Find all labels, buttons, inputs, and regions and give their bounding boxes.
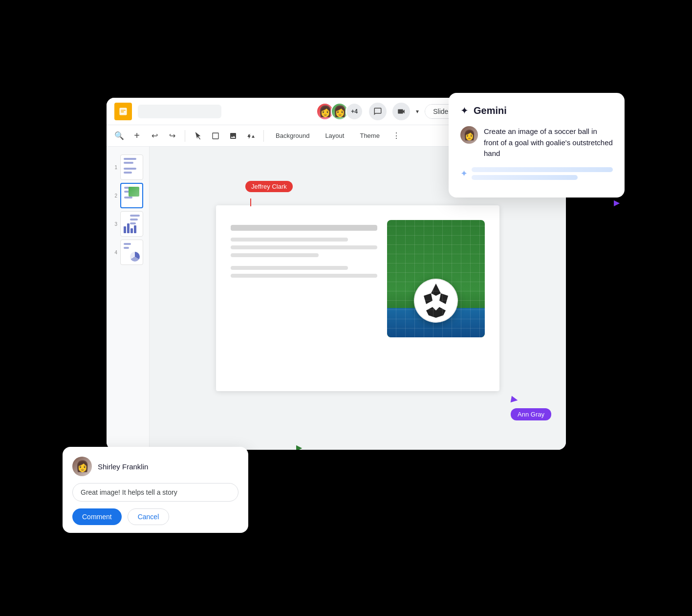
- comment-user-row: 👩 Shirley Franklin: [72, 457, 238, 476]
- undo-icon[interactable]: ↩: [148, 129, 161, 143]
- slides-panel: 1 2: [107, 147, 150, 450]
- thumb-line: [130, 215, 140, 217]
- thumb-line: [124, 197, 132, 198]
- cursor-tag-ann: Ann Gray: [511, 408, 551, 420]
- video-button[interactable]: [392, 103, 410, 120]
- slide-number-3: 3: [112, 221, 117, 227]
- svg-rect-1: [121, 110, 126, 110]
- slide-thumb-2[interactable]: [120, 183, 143, 208]
- slide-thumb-1[interactable]: [120, 154, 143, 180]
- ann-cursor-icon: ▶: [614, 198, 620, 207]
- thumb-image-small: [129, 187, 139, 197]
- comment-user-avatar: 👩: [72, 457, 92, 476]
- thumb-line: [124, 247, 129, 249]
- gemini-panel: ✦ Gemini 👩 Create an image of a soccer b…: [449, 93, 625, 198]
- gemini-generating-area: ✦: [460, 167, 613, 180]
- layout-button[interactable]: Layout: [319, 130, 350, 141]
- toolbar-divider-2: [263, 130, 264, 142]
- chart-bar: [130, 228, 133, 233]
- slide-row-1: 1: [112, 154, 143, 180]
- slide-row-3: 3: [112, 211, 143, 237]
- chat-button[interactable]: [369, 103, 387, 120]
- presentation-title-input[interactable]: [138, 105, 221, 118]
- gemini-user-row: 👩 Create an image of a soccer ball in fr…: [460, 126, 613, 159]
- slide-number-2: 2: [112, 193, 117, 198]
- slide-text-line: [231, 245, 377, 249]
- comment-user-name: Shirley Franklin: [98, 462, 148, 471]
- ann-gray-cursor-area: ▶ Ann Gray: [511, 396, 551, 420]
- slide-thumb-4[interactable]: [120, 240, 143, 265]
- shirley-cursor-arrow-icon: ▶: [296, 443, 354, 450]
- comment-submit-button[interactable]: Comment: [72, 508, 122, 525]
- avatar-overflow-count: +4: [346, 103, 363, 120]
- image-icon[interactable]: [226, 129, 240, 143]
- slide-text-line: [231, 238, 348, 242]
- slide-number-4: 4: [112, 250, 117, 255]
- thumb-pie-chart: [130, 252, 140, 262]
- app-logo: [114, 103, 132, 120]
- slide-content: [216, 205, 499, 347]
- slide-thumb-3[interactable]: [120, 211, 143, 237]
- gemini-loading-bars: [472, 167, 613, 180]
- select-icon[interactable]: [191, 129, 205, 143]
- comment-actions: Comment Cancel: [72, 508, 238, 525]
- thumb-line: [124, 162, 133, 164]
- gemini-bar-wide: [472, 167, 613, 172]
- shapes-icon[interactable]: [244, 129, 258, 143]
- gemini-star-icon: ✦: [460, 105, 469, 116]
- more-options-icon[interactable]: ⋮: [389, 129, 403, 143]
- slide-thumbnails: 1 2: [108, 151, 147, 269]
- svg-rect-2: [121, 111, 124, 112]
- theme-button[interactable]: Theme: [354, 130, 385, 141]
- comment-input[interactable]: Great image! It helps tell a story: [72, 483, 238, 502]
- slide-text-area: [231, 220, 377, 337]
- collaborator-avatars: 👩 👩 +4: [316, 103, 363, 120]
- svg-rect-3: [213, 133, 218, 139]
- shirley-bottom-cursor: ▶ Shirley Franklin: [296, 443, 354, 450]
- slide-row-4: 4: [112, 240, 143, 265]
- zoom-icon[interactable]: 🔍: [112, 129, 126, 143]
- jeffrey-cursor-line: [250, 198, 251, 206]
- soccer-image-box: [387, 220, 485, 337]
- thumb-line: [130, 219, 138, 220]
- gemini-sparkle-icon: ✦: [460, 168, 468, 179]
- toolbar-divider-1: [185, 130, 185, 142]
- gemini-header: ✦ Gemini: [460, 105, 613, 116]
- video-dropdown-arrow[interactable]: ▾: [416, 108, 419, 115]
- redo-icon[interactable]: ↪: [165, 129, 179, 143]
- slide-canvas: Jeffrey Clark: [216, 205, 499, 391]
- slide-text-line: [231, 266, 348, 270]
- gemini-prompt-text: Create an image of a soccer ball in fron…: [484, 126, 613, 159]
- slide-text-line: [231, 253, 319, 257]
- chart-bar: [134, 225, 136, 233]
- comment-cancel-button[interactable]: Cancel: [128, 508, 170, 525]
- thumb-line: [124, 168, 136, 170]
- gemini-bar-medium: [472, 175, 578, 180]
- thumb-line: [124, 172, 132, 174]
- text-box-icon[interactable]: [209, 129, 222, 143]
- thumb-line: [130, 222, 136, 224]
- ann-gemini-cursor: ▶: [614, 198, 620, 207]
- background-button[interactable]: Background: [270, 130, 315, 141]
- chart-bar: [124, 226, 126, 233]
- chart-bar: [127, 223, 130, 233]
- thumb-line: [124, 243, 131, 245]
- slide-text-line: [231, 225, 377, 231]
- slide-text-line: [231, 274, 377, 278]
- slide-number-1: 1: [112, 165, 117, 170]
- thumb-line: [124, 158, 136, 160]
- add-icon[interactable]: +: [130, 129, 144, 143]
- comment-popup: 👩 Shirley Franklin Great image! It helps…: [63, 447, 248, 533]
- slide-row-2: 2: [112, 183, 143, 208]
- soccer-image: [387, 220, 485, 337]
- gemini-user-avatar: 👩: [460, 126, 478, 144]
- gemini-title: Gemini: [474, 105, 507, 116]
- cursor-tag-jeffrey: Jeffrey Clark: [245, 181, 293, 192]
